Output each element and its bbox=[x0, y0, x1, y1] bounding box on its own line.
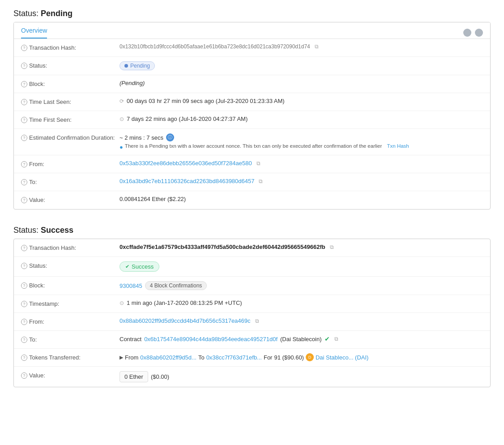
pending-time-first-seen-row: ? Time First Seen: ⊙ 7 days 22 mins ago … bbox=[14, 111, 490, 129]
block-label: ? Block: bbox=[21, 80, 120, 87]
success-value-row: ? Value: 0 Ether ($0.00) bbox=[14, 367, 490, 387]
tokens-amount: 91 ($90.60) bbox=[274, 354, 304, 361]
tokens-transferred-help-icon[interactable]: ? bbox=[21, 355, 27, 361]
success-to-copy-icon[interactable]: ⧉ bbox=[334, 336, 338, 342]
pending-status-row: ? Status: Pending bbox=[14, 57, 490, 75]
success-from-help-icon[interactable]: ? bbox=[21, 319, 27, 325]
success-from-copy-icon[interactable]: ⧉ bbox=[255, 318, 259, 324]
status-label: ? Status: bbox=[21, 61, 120, 69]
overview-tab[interactable]: Overview bbox=[21, 27, 47, 39]
from-label: ? From: bbox=[21, 160, 120, 167]
success-from-label: ? From: bbox=[21, 317, 120, 325]
time-last-seen-help-icon[interactable]: ? bbox=[21, 99, 27, 105]
tx-hash-copy-icon[interactable]: ⧉ bbox=[315, 43, 319, 50]
from-address-link[interactable]: 0x53ab330f2ee86debb26556e036ed50f7284ae5… bbox=[120, 160, 252, 167]
tokens-to-address-link[interactable]: 0x38cc7f763d71efb... bbox=[206, 354, 262, 361]
success-from-row: ? From: 0x88ab60202ff9d5d9ccdd4b4d7b656c… bbox=[14, 313, 490, 331]
success-tx-hash-value: 0xcffade7f5e1a67579cb4333aff497fd5a500cb… bbox=[120, 244, 483, 250]
pending-est-confirmation-row: ? Estimated Confirmation Duration: ~ 2 m… bbox=[14, 129, 490, 155]
success-to-row: ? To: Contract 0x6b175474e89094c44da98b9… bbox=[14, 331, 490, 349]
success-to-help-icon[interactable]: ? bbox=[21, 337, 27, 343]
to-verified-icon: ✔ bbox=[325, 335, 330, 342]
time-last-seen-label: ? Time Last Seen: bbox=[21, 98, 120, 105]
success-from-address-link[interactable]: 0x88ab60202ff9d5d9ccdd4b4d7b656c5317ea46… bbox=[120, 317, 251, 324]
block-number-link[interactable]: 9300845 bbox=[120, 282, 142, 289]
status-help-icon[interactable]: ? bbox=[21, 63, 27, 69]
success-status-value: Success bbox=[120, 261, 483, 272]
success-to-contract-link[interactable]: 0x6b175474e89094c44da98b954eedeac495271d… bbox=[144, 336, 278, 342]
pending-block-row: ? Block: (Pending) bbox=[14, 75, 490, 93]
time-first-seen-help-icon[interactable]: ? bbox=[21, 117, 27, 123]
confirmation-info-badge[interactable]: ⓘ bbox=[166, 133, 174, 141]
tab-icon-1[interactable] bbox=[463, 29, 471, 37]
tx-hash-link[interactable]: 0x132b10fbcb1d9fccc4d6b05afaae1e61b6ba72… bbox=[120, 43, 310, 50]
success-block-label: ? Block: bbox=[21, 281, 120, 289]
block-pending-value: (Pending) bbox=[120, 80, 145, 86]
success-status-label: ? Status: bbox=[21, 261, 120, 269]
tokens-from-address-link[interactable]: 0x88ab60202ff9d5d... bbox=[140, 354, 196, 361]
success-tx-hash-label: ? Transaction Hash: bbox=[21, 244, 120, 251]
confirmation-warning-line: ● There is a Pending txn with a lower ac… bbox=[120, 143, 409, 150]
success-value-value: 0 Ether ($0.00) bbox=[120, 371, 483, 382]
from-help-icon[interactable]: ? bbox=[21, 161, 27, 167]
success-status-row: ? Status: Success bbox=[14, 257, 490, 277]
success-tx-hash-copy-icon[interactable]: ⧉ bbox=[330, 244, 334, 250]
tab-icon-2[interactable] bbox=[475, 29, 483, 37]
success-tx-hash-text: 0xcffade7f5e1a67579cb4333aff497fd5a500cb… bbox=[120, 244, 325, 250]
warning-dot-icon: ● bbox=[120, 144, 123, 150]
pending-tab-bar: Overview bbox=[14, 22, 490, 39]
success-from-value: 0x88ab60202ff9d5d9ccdd4b4d7b656c5317ea46… bbox=[120, 317, 483, 324]
success-block-help-icon[interactable]: ? bbox=[21, 282, 27, 289]
confirmation-duration-text: ~ 2 mins : 7 secs bbox=[120, 134, 163, 141]
success-tx-hash-help-icon[interactable]: ? bbox=[21, 245, 27, 251]
value-value: 0.00841264 Ether ($2.22) bbox=[120, 196, 483, 202]
token-transfer-detail: ▶ From 0x88ab60202ff9d5d... To 0x38cc7f7… bbox=[120, 353, 368, 361]
value-help-icon[interactable]: ? bbox=[21, 197, 27, 203]
success-value-usd: ($0.00) bbox=[151, 373, 169, 380]
pending-card: Overview ? Transaction Hash: 0x132b10fbc… bbox=[13, 22, 491, 210]
tokens-transferred-label: ? Tokens Transferred: bbox=[21, 353, 120, 361]
warning-txn-hash-link[interactable]: Txn Hash bbox=[387, 143, 409, 149]
to-help-icon[interactable]: ? bbox=[21, 179, 27, 185]
pending-to-row: ? To: 0x16a3bd9c7eb11106326cad2263bd8463… bbox=[14, 173, 490, 191]
success-block-row: ? Block: 9300845 4 Block Confirmations bbox=[14, 277, 490, 295]
success-timestamp-help-icon[interactable]: ? bbox=[21, 301, 27, 307]
success-timestamp-label: ? Timestamp: bbox=[21, 300, 120, 307]
time-last-seen-value: ⟳ 00 days 03 hr 27 min 09 secs ago (Jul-… bbox=[120, 98, 483, 104]
success-section-title: Status: Success bbox=[13, 226, 491, 235]
to-contract-prefix: Contract bbox=[120, 336, 141, 342]
success-to-label: ? To: bbox=[21, 335, 120, 343]
tokens-name-link[interactable]: Dai Stableco... (DAI) bbox=[316, 354, 369, 361]
success-tokens-transferred-row: ? Tokens Transferred: ▶ From 0x88ab60202… bbox=[14, 349, 490, 367]
status-badge-pending: Pending bbox=[120, 61, 155, 70]
tokens-transferred-value: ▶ From 0x88ab60202ff9d5d... To 0x38cc7f7… bbox=[120, 353, 483, 361]
to-label: ? To: bbox=[21, 178, 120, 185]
success-status-help-icon[interactable]: ? bbox=[21, 263, 27, 269]
pending-value-row: ? Value: 0.00841264 Ether ($2.22) bbox=[14, 191, 490, 209]
from-value: 0x53ab330f2ee86debb26556e036ed50f7284ae5… bbox=[120, 160, 483, 167]
dai-token-icon: D bbox=[306, 353, 314, 361]
tx-hash-value: 0x132b10fbcb1d9fccc4d6b05afaae1e61b6ba72… bbox=[120, 43, 483, 50]
success-value-help-icon[interactable]: ? bbox=[21, 372, 27, 379]
time-last-seen-clock-icon: ⟳ bbox=[120, 98, 124, 104]
est-confirmation-help-icon[interactable]: ? bbox=[21, 135, 27, 141]
to-value: 0x16a3bd9c7eb11106326cad2263bd8463980d64… bbox=[120, 178, 483, 184]
success-to-value: Contract 0x6b175474e89094c44da98b954eede… bbox=[120, 335, 483, 342]
from-copy-icon[interactable]: ⧉ bbox=[256, 160, 261, 167]
block-help-icon[interactable]: ? bbox=[21, 81, 27, 87]
warning-text: There is a Pending txn with a lower acco… bbox=[125, 143, 382, 149]
time-first-seen-clock-icon: ⊙ bbox=[120, 116, 124, 122]
tokens-to-prefix: To bbox=[198, 354, 205, 361]
pending-from-row: ? From: 0x53ab330f2ee86debb26556e036ed50… bbox=[14, 155, 490, 173]
confirmation-duration-line1: ~ 2 mins : 7 secs ⓘ bbox=[120, 133, 409, 141]
tx-hash-help-icon[interactable]: ? bbox=[21, 45, 27, 51]
success-tx-hash-row: ? Transaction Hash: 0xcffade7f5e1a67579c… bbox=[14, 239, 490, 257]
est-confirmation-value: ~ 2 mins : 7 secs ⓘ ● There is a Pending… bbox=[120, 133, 483, 150]
tokens-for-prefix: For bbox=[264, 354, 273, 361]
success-timestamp-value: ⊙ 1 min ago (Jan-17-2020 08:13:25 PM +UT… bbox=[120, 300, 483, 306]
to-copy-icon[interactable]: ⧉ bbox=[259, 178, 263, 184]
success-block-value: 9300845 4 Block Confirmations bbox=[120, 281, 483, 290]
pending-section-title: Status: Pending bbox=[13, 9, 491, 18]
to-address-link[interactable]: 0x16a3bd9c7eb11106326cad2263bd8463980d64… bbox=[120, 178, 254, 184]
block-confirmations-badge: 4 Block Confirmations bbox=[145, 281, 207, 290]
